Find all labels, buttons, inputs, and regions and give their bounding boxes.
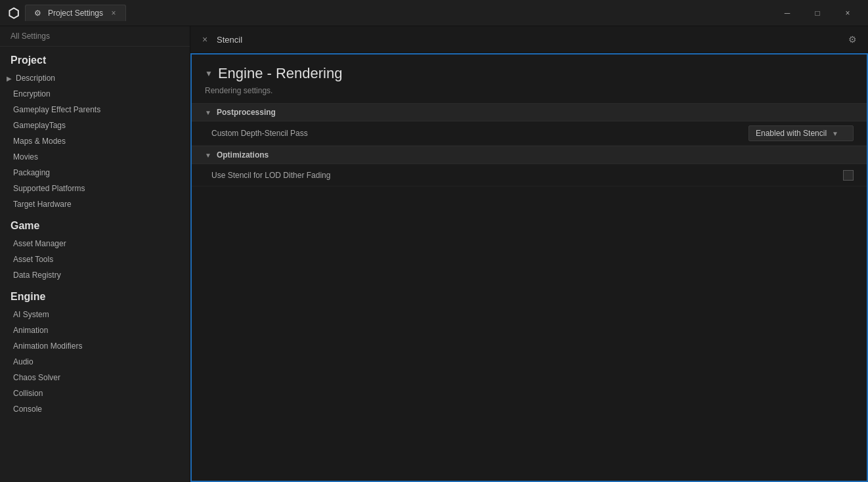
sidebar-item-asset-manager[interactable]: Asset Manager [0,236,190,252]
sidebar-item-label: Maps & Modes [13,137,66,146]
custom-depth-stencil-dropdown[interactable]: Enabled with Stencil ▼ [749,125,854,141]
app-logo: ⬡ [5,5,21,21]
sidebar-item-data-registry[interactable]: Data Registry [0,267,190,283]
sidebar-item-label: Animation [13,326,48,335]
game-section-header: Game [0,212,190,236]
dropdown-value: Enabled with Stencil [756,129,827,138]
sidebar-item-target-hardware[interactable]: Target Hardware [0,196,190,212]
sidebar-item-label: Encryption [13,89,51,99]
sidebar-item-label: Chaos Solver [13,373,60,382]
search-clear-button[interactable]: × [198,33,211,46]
postprocessing-section-header[interactable]: ▼ Postprocessing [192,103,867,121]
postprocessing-arrow: ▼ [205,109,211,116]
sidebar-item-packaging[interactable]: Packaging [0,165,190,181]
all-settings-link[interactable]: All Settings [0,26,190,47]
custom-depth-stencil-control: Enabled with Stencil ▼ [749,125,854,141]
sidebar-item-animation[interactable]: Animation [0,322,190,338]
sidebar: All Settings Project ▶ Description Encry… [0,26,190,482]
sidebar-item-label: Movies [13,152,38,162]
search-settings-icon[interactable]: ⚙ [844,32,860,47]
sidebar-item-ai-system[interactable]: AI System [0,307,190,322]
maximize-button[interactable]: □ [802,0,833,26]
dropdown-arrow-icon: ▼ [832,130,838,137]
title-bar: ⬡ ⚙ Project Settings × ─ □ × [0,0,868,26]
postprocessing-section: ▼ Postprocessing Custom Depth-Stencil Pa… [192,103,867,146]
sidebar-item-label: Asset Manager [13,239,66,248]
optimizations-arrow: ▼ [205,152,211,159]
sidebar-item-label: Audio [13,357,33,366]
sidebar-item-maps-modes[interactable]: Maps & Modes [0,133,190,149]
project-settings-tab[interactable]: ⚙ Project Settings × [25,5,126,21]
tab-label: Project Settings [48,9,103,18]
sidebar-item-label: Collision [13,389,43,398]
postprocessing-label: Postprocessing [217,108,276,117]
sidebar-item-movies[interactable]: Movies [0,149,190,165]
sidebar-item-label: Supported Platforms [13,184,85,193]
content-header: ▼ Engine - Rendering [192,55,867,86]
sidebar-item-label: Console [13,405,42,414]
sidebar-item-audio[interactable]: Audio [0,354,190,370]
sidebar-item-label: Packaging [13,168,50,177]
use-stencil-lod-control [843,170,854,181]
sidebar-item-label: AI System [13,310,49,319]
window-controls: ─ □ × [772,0,863,26]
content-subtitle: Rendering settings. [192,86,867,103]
use-stencil-lod-row: Use Stencil for LOD Dither Fading [192,164,867,186]
sidebar-item-label: Description [16,74,55,83]
sidebar-item-label: Data Registry [13,271,61,280]
sidebar-item-console[interactable]: Console [0,401,190,417]
description-arrow: ▶ [7,75,12,82]
sidebar-item-gameplay-effect-parents[interactable]: Gameplay Effect Parents [0,102,190,118]
main-content: ▼ Engine - Rendering Rendering settings.… [190,53,868,482]
custom-depth-stencil-label: Custom Depth-Stencil Pass [211,129,749,138]
sidebar-item-label: Target Hardware [13,200,72,209]
project-section-header: Project [0,47,190,70]
sidebar-item-label: Animation Modifiers [13,341,82,351]
use-stencil-lod-label: Use Stencil for LOD Dither Fading [211,171,843,180]
optimizations-section: ▼ Optimizations Use Stencil for LOD Dith… [192,146,867,186]
optimizations-label: Optimizations [217,150,269,160]
sidebar-item-chaos-solver[interactable]: Chaos Solver [0,370,190,385]
minimize-button[interactable]: ─ [772,0,802,26]
close-tab-button[interactable]: × [108,8,119,18]
app-body: All Settings Project ▶ Description Encry… [0,26,868,482]
content-title: Engine - Rendering [218,65,343,82]
sidebar-item-label: GameplayTags [13,121,66,130]
content-area: × ⚙ ▼ Engine - Rendering Rendering setti… [190,26,868,482]
use-stencil-lod-checkbox[interactable] [843,170,854,181]
sidebar-item-collision[interactable]: Collision [0,385,190,401]
optimizations-section-header[interactable]: ▼ Optimizations [192,146,867,164]
search-bar: × ⚙ [190,26,868,53]
engine-section-header: Engine [0,283,190,307]
settings-tab-icon: ⚙ [32,8,43,18]
sidebar-item-supported-platforms[interactable]: Supported Platforms [0,181,190,196]
sidebar-item-asset-tools[interactable]: Asset Tools [0,252,190,267]
content-collapse-arrow[interactable]: ▼ [205,69,213,78]
search-input[interactable] [217,35,839,45]
sidebar-item-gameplay-tags[interactable]: GameplayTags [0,118,190,133]
sidebar-item-label: Asset Tools [13,255,53,264]
sidebar-item-label: Gameplay Effect Parents [13,105,100,114]
sidebar-item-animation-modifiers[interactable]: Animation Modifiers [0,338,190,354]
sidebar-item-encryption[interactable]: Encryption [0,86,190,102]
sidebar-item-description[interactable]: ▶ Description [0,70,190,86]
close-button[interactable]: × [833,0,863,26]
custom-depth-stencil-row: Custom Depth-Stencil Pass Enabled with S… [192,121,867,146]
